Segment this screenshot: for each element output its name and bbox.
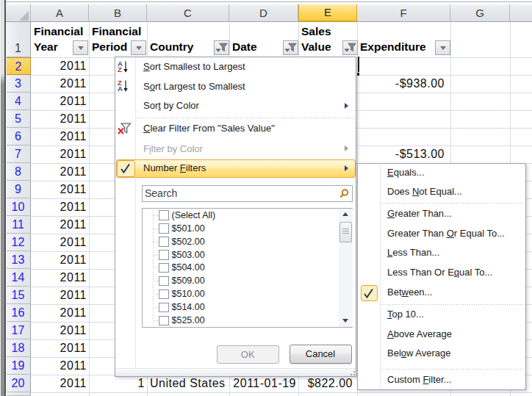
- svg-text:Z: Z: [118, 65, 122, 73]
- svg-text:A: A: [118, 84, 123, 92]
